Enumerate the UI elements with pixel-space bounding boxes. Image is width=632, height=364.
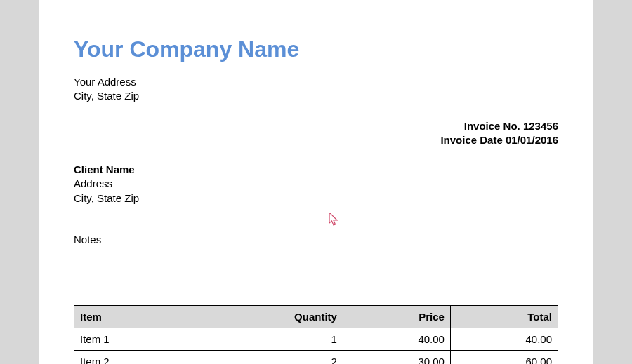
notes-label: Notes (74, 234, 558, 245)
cell-price: 30.00 (343, 350, 450, 364)
invoice-number-value: 123456 (523, 120, 558, 132)
cell-price: 40.00 (343, 328, 450, 350)
header-quantity: Quantity (190, 305, 343, 328)
table-row: Item 2 2 30.00 60.00 (74, 350, 558, 364)
from-address-block: Your Address City, State Zip (74, 75, 558, 104)
cell-item: Item 2 (74, 350, 190, 364)
invoice-meta-block: Invoice No. 123456 Invoice Date 01/01/20… (74, 119, 558, 148)
cell-item: Item 1 (74, 328, 190, 350)
header-item: Item (74, 305, 190, 328)
client-address-line1: Address (74, 177, 558, 191)
cell-total: 60.00 (450, 350, 558, 364)
cell-quantity: 2 (190, 350, 343, 364)
items-table: Item Quantity Price Total Item 1 1 40.00… (74, 305, 558, 364)
company-name: Your Company Name (74, 36, 558, 62)
from-address-line2: City, State Zip (74, 89, 558, 103)
client-block: Client Name Address City, State Zip (74, 163, 558, 205)
invoice-date-line: Invoice Date 01/01/2016 (74, 133, 558, 147)
header-price: Price (343, 305, 450, 328)
cell-total: 40.00 (450, 328, 558, 350)
table-row: Item 1 1 40.00 40.00 (74, 328, 558, 350)
invoice-date-value: 01/01/2016 (506, 134, 558, 146)
client-address-line2: City, State Zip (74, 191, 558, 205)
header-total: Total (450, 305, 558, 328)
invoice-number-line: Invoice No. 123456 (74, 119, 558, 133)
table-header-row: Item Quantity Price Total (74, 305, 558, 328)
cell-quantity: 1 (190, 328, 343, 350)
from-address-line1: Your Address (74, 75, 558, 89)
client-name: Client Name (74, 163, 558, 177)
divider (74, 271, 558, 271)
invoice-date-label: Invoice Date (440, 134, 502, 146)
invoice-page: Your Company Name Your Address City, Sta… (39, 0, 593, 364)
invoice-number-label: Invoice No. (464, 120, 520, 132)
